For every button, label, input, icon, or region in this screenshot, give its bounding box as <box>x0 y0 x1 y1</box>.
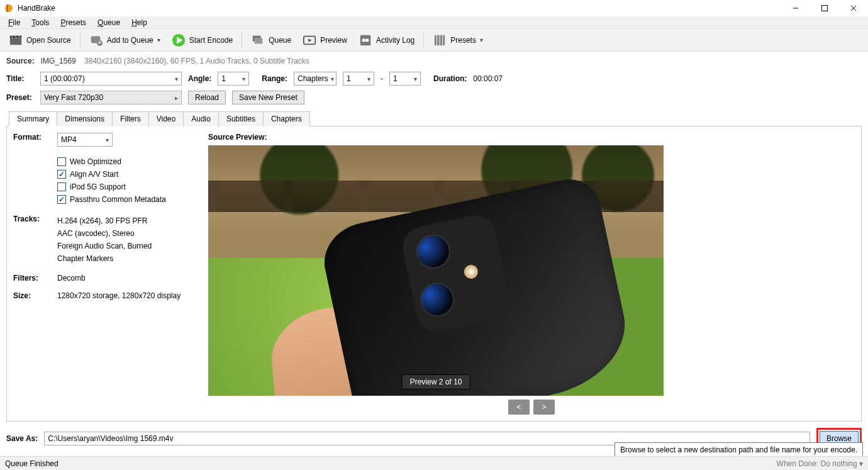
toolbar: Open Source + Add to Queue ▾ Start Encod… <box>0 29 868 52</box>
track-item: AAC (avcodec), Stereo <box>57 227 152 240</box>
presets-label: Presets <box>450 36 476 45</box>
separator <box>423 33 424 48</box>
tab-subtitles[interactable]: Subtitles <box>219 111 264 126</box>
chevron-down-icon: ▾ <box>157 36 160 43</box>
svg-text:+: + <box>97 38 101 46</box>
track-item: Foreign Audio Scan, Burned <box>57 240 152 252</box>
tab-filters[interactable]: Filters <box>113 111 149 126</box>
preset-select[interactable]: Very Fast 720p30▸ <box>40 91 182 104</box>
summary-panel: Format: MP4▾ Web Optimized ✓Align A/V St… <box>6 126 862 422</box>
reload-button[interactable]: Reload <box>188 91 226 104</box>
source-name: IMG_1569 <box>41 57 76 65</box>
label-web-optimized: Web Optimized <box>70 155 121 168</box>
source-info: Source: IMG_1569 3840x2160 (3840x2160), … <box>0 52 868 69</box>
range-label: Range: <box>262 74 287 83</box>
menu-queue[interactable]: Queue <box>93 17 125 28</box>
separator <box>80 33 81 48</box>
queue-icon <box>251 33 265 47</box>
activity-icon <box>359 33 372 47</box>
tabs: Summary Dimensions Filters Video Audio S… <box>9 111 862 126</box>
app-icon <box>4 3 14 13</box>
maximize-button[interactable] <box>810 0 839 16</box>
save-preset-button[interactable]: Save New Preset <box>232 91 304 104</box>
label-passthru-meta: Passthru Common Metadata <box>70 193 166 206</box>
menu-tools[interactable]: Tools <box>27 17 53 28</box>
when-done: When Done: Do nothing ▾ <box>777 459 863 468</box>
menu-help[interactable]: Help <box>127 17 152 28</box>
queue-label: Queue <box>269 36 291 45</box>
duration-label: Duration: <box>433 74 467 83</box>
checkbox-passthru-meta[interactable]: ✓ <box>57 195 66 204</box>
window-title: HandBrake <box>18 4 55 13</box>
tab-video[interactable]: Video <box>149 111 184 126</box>
browse-tooltip: Browse to select a new destination path … <box>615 442 863 457</box>
checkbox-align-av[interactable]: ✓ <box>57 170 66 179</box>
start-encode-label: Start Encode <box>189 36 233 45</box>
range-type-select[interactable]: Chapters▾ <box>294 72 337 86</box>
clapper-icon <box>9 33 23 47</box>
add-to-queue-button[interactable]: + Add to Queue ▾ <box>84 31 165 50</box>
tracks-label: Tracks: <box>13 215 51 223</box>
title-bar: HandBrake <box>0 0 868 16</box>
preview-button[interactable]: Preview <box>298 31 352 50</box>
label-ipod-5g: iPod 5G Support <box>70 181 126 193</box>
separator <box>242 33 242 48</box>
label-align-av: Align A/V Start <box>70 168 118 181</box>
svg-rect-6 <box>10 38 21 45</box>
svg-point-21 <box>362 38 365 42</box>
activity-log-button[interactable]: Activity Log <box>353 31 420 50</box>
checkbox-ipod-5g[interactable] <box>57 182 66 191</box>
chevron-down-icon: ▾ <box>480 36 483 43</box>
range-to-select[interactable]: 1▾ <box>389 72 421 86</box>
menu-file[interactable]: File <box>4 17 25 28</box>
svg-point-22 <box>365 38 369 42</box>
start-encode-button[interactable]: Start Encode <box>167 31 238 50</box>
track-item: Chapter Markers <box>57 252 152 265</box>
menu-presets[interactable]: Presets <box>56 17 91 28</box>
source-preview-image: Preview 2 of 10 <box>208 145 664 396</box>
svg-marker-19 <box>308 38 312 42</box>
save-as-label: Save As: <box>6 434 38 443</box>
size-label: Size: <box>13 291 51 300</box>
svg-rect-3 <box>822 6 828 11</box>
source-label: Source: <box>6 57 35 65</box>
preview-prev-button[interactable]: < <box>508 400 530 415</box>
queue-button[interactable]: Queue <box>246 31 296 50</box>
open-source-label: Open Source <box>26 36 71 45</box>
checkbox-web-optimized[interactable] <box>57 157 66 166</box>
close-button[interactable] <box>839 0 868 16</box>
format-select[interactable]: MP4▾ <box>57 133 113 147</box>
source-preview-label: Source Preview: <box>208 133 855 142</box>
preset-label: Preset: <box>6 93 34 102</box>
status-bar: Queue Finished When Done: Do nothing ▾ <box>0 456 868 470</box>
range-from-select[interactable]: 1▾ <box>343 72 374 86</box>
add-queue-label: Add to Queue <box>107 36 153 45</box>
open-source-button[interactable]: Open Source <box>4 31 76 50</box>
tab-dimensions[interactable]: Dimensions <box>57 111 113 126</box>
title-row: Title: 1 (00:00:07)▾ Angle: 1▾ Range: Ch… <box>0 69 868 88</box>
angle-label: Angle: <box>188 74 211 83</box>
preview-label: Preview <box>320 36 347 45</box>
preview-counter: Preview 2 of 10 <box>402 374 470 389</box>
minimize-button[interactable] <box>781 0 810 16</box>
play-icon <box>172 33 186 47</box>
tab-audio[interactable]: Audio <box>184 111 219 126</box>
duration-value: 00:00:07 <box>473 74 503 83</box>
activity-label: Activity Log <box>376 36 415 45</box>
preview-icon <box>303 33 316 47</box>
tab-summary[interactable]: Summary <box>9 111 57 126</box>
preview-next-button[interactable]: > <box>533 400 555 415</box>
filters-label: Filters: <box>13 274 51 283</box>
tab-chapters[interactable]: Chapters <box>264 111 310 126</box>
size-value: 1280x720 storage, 1280x720 display <box>57 291 181 300</box>
track-item: H.264 (x264), 30 FPS PFR <box>57 215 152 227</box>
title-select[interactable]: 1 (00:00:07)▾ <box>40 72 182 86</box>
svg-rect-17 <box>255 38 263 43</box>
angle-select[interactable]: 1▾ <box>218 72 249 86</box>
presets-button[interactable]: Presets ▾ <box>428 31 488 50</box>
add-queue-icon: + <box>89 33 103 47</box>
format-label: Format: <box>13 133 51 147</box>
status-text: Queue Finished <box>5 459 58 468</box>
source-details: 3840x2160 (3840x2160), 60 FPS, 1 Audio T… <box>84 57 309 65</box>
tracks-list: H.264 (x264), 30 FPS PFR AAC (avcodec), … <box>57 215 152 265</box>
